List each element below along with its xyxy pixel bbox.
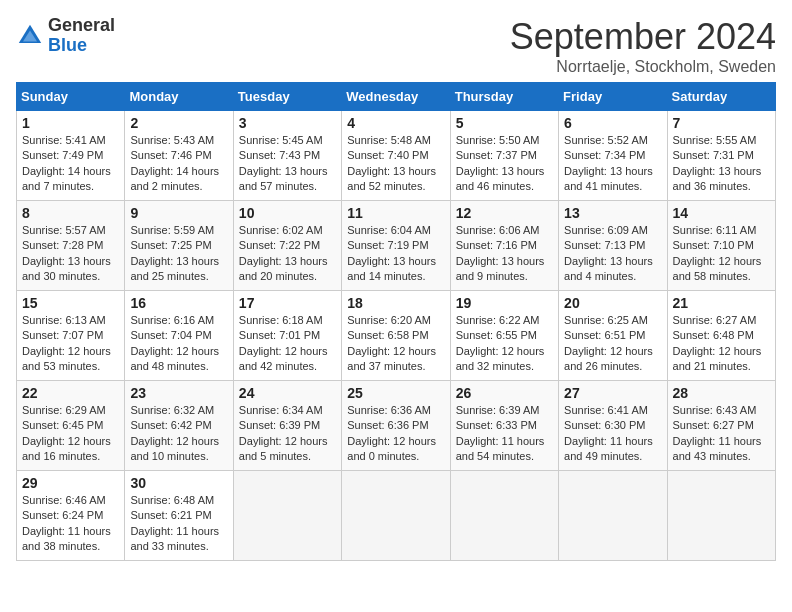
cell-info: Sunrise: 6:06 AMSunset: 7:16 PMDaylight:… bbox=[456, 224, 545, 282]
day-number: 29 bbox=[22, 475, 119, 491]
cell-info: Sunrise: 6:43 AMSunset: 6:27 PMDaylight:… bbox=[673, 404, 762, 462]
cell-info: Sunrise: 6:18 AMSunset: 7:01 PMDaylight:… bbox=[239, 314, 328, 372]
cell-info: Sunrise: 6:16 AMSunset: 7:04 PMDaylight:… bbox=[130, 314, 219, 372]
cell-info: Sunrise: 6:36 AMSunset: 6:36 PMDaylight:… bbox=[347, 404, 436, 462]
calendar-cell: 9Sunrise: 5:59 AMSunset: 7:25 PMDaylight… bbox=[125, 201, 233, 291]
logo-line1: General bbox=[48, 16, 115, 36]
calendar-cell: 12Sunrise: 6:06 AMSunset: 7:16 PMDayligh… bbox=[450, 201, 558, 291]
month-title: September 2024 bbox=[510, 16, 776, 58]
day-number: 27 bbox=[564, 385, 661, 401]
cell-info: Sunrise: 5:55 AMSunset: 7:31 PMDaylight:… bbox=[673, 134, 762, 192]
day-number: 15 bbox=[22, 295, 119, 311]
calendar-cell: 30Sunrise: 6:48 AMSunset: 6:21 PMDayligh… bbox=[125, 471, 233, 561]
day-number: 22 bbox=[22, 385, 119, 401]
calendar-cell: 6Sunrise: 5:52 AMSunset: 7:34 PMDaylight… bbox=[559, 111, 667, 201]
cell-info: Sunrise: 6:29 AMSunset: 6:45 PMDaylight:… bbox=[22, 404, 111, 462]
day-number: 4 bbox=[347, 115, 444, 131]
weekday-header-saturday: Saturday bbox=[667, 83, 775, 111]
weekday-header-monday: Monday bbox=[125, 83, 233, 111]
calendar-cell: 5Sunrise: 5:50 AMSunset: 7:37 PMDaylight… bbox=[450, 111, 558, 201]
calendar-cell: 3Sunrise: 5:45 AMSunset: 7:43 PMDaylight… bbox=[233, 111, 341, 201]
title-block: September 2024 Norrtaelje, Stockholm, Sw… bbox=[510, 16, 776, 76]
calendar-cell: 4Sunrise: 5:48 AMSunset: 7:40 PMDaylight… bbox=[342, 111, 450, 201]
calendar-cell: 27Sunrise: 6:41 AMSunset: 6:30 PMDayligh… bbox=[559, 381, 667, 471]
day-number: 2 bbox=[130, 115, 227, 131]
day-number: 5 bbox=[456, 115, 553, 131]
cell-info: Sunrise: 6:02 AMSunset: 7:22 PMDaylight:… bbox=[239, 224, 328, 282]
day-number: 20 bbox=[564, 295, 661, 311]
location: Norrtaelje, Stockholm, Sweden bbox=[510, 58, 776, 76]
day-number: 9 bbox=[130, 205, 227, 221]
weekday-header-friday: Friday bbox=[559, 83, 667, 111]
day-number: 13 bbox=[564, 205, 661, 221]
cell-info: Sunrise: 6:09 AMSunset: 7:13 PMDaylight:… bbox=[564, 224, 653, 282]
week-row-5: 29Sunrise: 6:46 AMSunset: 6:24 PMDayligh… bbox=[17, 471, 776, 561]
calendar-cell: 13Sunrise: 6:09 AMSunset: 7:13 PMDayligh… bbox=[559, 201, 667, 291]
calendar-cell: 11Sunrise: 6:04 AMSunset: 7:19 PMDayligh… bbox=[342, 201, 450, 291]
calendar-cell: 20Sunrise: 6:25 AMSunset: 6:51 PMDayligh… bbox=[559, 291, 667, 381]
cell-info: Sunrise: 6:39 AMSunset: 6:33 PMDaylight:… bbox=[456, 404, 545, 462]
calendar-cell: 18Sunrise: 6:20 AMSunset: 6:58 PMDayligh… bbox=[342, 291, 450, 381]
calendar-cell: 17Sunrise: 6:18 AMSunset: 7:01 PMDayligh… bbox=[233, 291, 341, 381]
day-number: 19 bbox=[456, 295, 553, 311]
calendar-cell: 8Sunrise: 5:57 AMSunset: 7:28 PMDaylight… bbox=[17, 201, 125, 291]
weekday-header-wednesday: Wednesday bbox=[342, 83, 450, 111]
cell-info: Sunrise: 6:13 AMSunset: 7:07 PMDaylight:… bbox=[22, 314, 111, 372]
calendar-cell: 19Sunrise: 6:22 AMSunset: 6:55 PMDayligh… bbox=[450, 291, 558, 381]
week-row-3: 15Sunrise: 6:13 AMSunset: 7:07 PMDayligh… bbox=[17, 291, 776, 381]
cell-info: Sunrise: 5:45 AMSunset: 7:43 PMDaylight:… bbox=[239, 134, 328, 192]
week-row-4: 22Sunrise: 6:29 AMSunset: 6:45 PMDayligh… bbox=[17, 381, 776, 471]
cell-info: Sunrise: 6:20 AMSunset: 6:58 PMDaylight:… bbox=[347, 314, 436, 372]
day-number: 21 bbox=[673, 295, 770, 311]
day-number: 11 bbox=[347, 205, 444, 221]
weekday-header-row: SundayMondayTuesdayWednesdayThursdayFrid… bbox=[17, 83, 776, 111]
calendar-cell bbox=[450, 471, 558, 561]
logo: General Blue bbox=[16, 16, 115, 56]
day-number: 26 bbox=[456, 385, 553, 401]
calendar-cell: 29Sunrise: 6:46 AMSunset: 6:24 PMDayligh… bbox=[17, 471, 125, 561]
weekday-header-sunday: Sunday bbox=[17, 83, 125, 111]
weekday-header-thursday: Thursday bbox=[450, 83, 558, 111]
day-number: 7 bbox=[673, 115, 770, 131]
day-number: 12 bbox=[456, 205, 553, 221]
calendar-cell bbox=[342, 471, 450, 561]
calendar-cell: 23Sunrise: 6:32 AMSunset: 6:42 PMDayligh… bbox=[125, 381, 233, 471]
calendar-cell: 22Sunrise: 6:29 AMSunset: 6:45 PMDayligh… bbox=[17, 381, 125, 471]
cell-info: Sunrise: 5:57 AMSunset: 7:28 PMDaylight:… bbox=[22, 224, 111, 282]
cell-info: Sunrise: 5:43 AMSunset: 7:46 PMDaylight:… bbox=[130, 134, 219, 192]
calendar-table: SundayMondayTuesdayWednesdayThursdayFrid… bbox=[16, 82, 776, 561]
day-number: 28 bbox=[673, 385, 770, 401]
day-number: 3 bbox=[239, 115, 336, 131]
day-number: 24 bbox=[239, 385, 336, 401]
calendar-cell bbox=[667, 471, 775, 561]
cell-info: Sunrise: 6:48 AMSunset: 6:21 PMDaylight:… bbox=[130, 494, 219, 552]
cell-info: Sunrise: 6:25 AMSunset: 6:51 PMDaylight:… bbox=[564, 314, 653, 372]
cell-info: Sunrise: 6:34 AMSunset: 6:39 PMDaylight:… bbox=[239, 404, 328, 462]
calendar-cell: 15Sunrise: 6:13 AMSunset: 7:07 PMDayligh… bbox=[17, 291, 125, 381]
week-row-2: 8Sunrise: 5:57 AMSunset: 7:28 PMDaylight… bbox=[17, 201, 776, 291]
day-number: 14 bbox=[673, 205, 770, 221]
cell-info: Sunrise: 6:32 AMSunset: 6:42 PMDaylight:… bbox=[130, 404, 219, 462]
cell-info: Sunrise: 6:27 AMSunset: 6:48 PMDaylight:… bbox=[673, 314, 762, 372]
day-number: 25 bbox=[347, 385, 444, 401]
calendar-cell: 7Sunrise: 5:55 AMSunset: 7:31 PMDaylight… bbox=[667, 111, 775, 201]
cell-info: Sunrise: 6:22 AMSunset: 6:55 PMDaylight:… bbox=[456, 314, 545, 372]
week-row-1: 1Sunrise: 5:41 AMSunset: 7:49 PMDaylight… bbox=[17, 111, 776, 201]
calendar-cell: 10Sunrise: 6:02 AMSunset: 7:22 PMDayligh… bbox=[233, 201, 341, 291]
day-number: 30 bbox=[130, 475, 227, 491]
cell-info: Sunrise: 6:41 AMSunset: 6:30 PMDaylight:… bbox=[564, 404, 653, 462]
cell-info: Sunrise: 5:52 AMSunset: 7:34 PMDaylight:… bbox=[564, 134, 653, 192]
calendar-cell: 1Sunrise: 5:41 AMSunset: 7:49 PMDaylight… bbox=[17, 111, 125, 201]
calendar-cell: 25Sunrise: 6:36 AMSunset: 6:36 PMDayligh… bbox=[342, 381, 450, 471]
calendar-cell: 14Sunrise: 6:11 AMSunset: 7:10 PMDayligh… bbox=[667, 201, 775, 291]
cell-info: Sunrise: 5:50 AMSunset: 7:37 PMDaylight:… bbox=[456, 134, 545, 192]
day-number: 1 bbox=[22, 115, 119, 131]
day-number: 10 bbox=[239, 205, 336, 221]
logo-line2: Blue bbox=[48, 36, 115, 56]
day-number: 18 bbox=[347, 295, 444, 311]
calendar-cell: 26Sunrise: 6:39 AMSunset: 6:33 PMDayligh… bbox=[450, 381, 558, 471]
cell-info: Sunrise: 5:48 AMSunset: 7:40 PMDaylight:… bbox=[347, 134, 436, 192]
day-number: 23 bbox=[130, 385, 227, 401]
calendar-cell: 2Sunrise: 5:43 AMSunset: 7:46 PMDaylight… bbox=[125, 111, 233, 201]
cell-info: Sunrise: 6:11 AMSunset: 7:10 PMDaylight:… bbox=[673, 224, 762, 282]
